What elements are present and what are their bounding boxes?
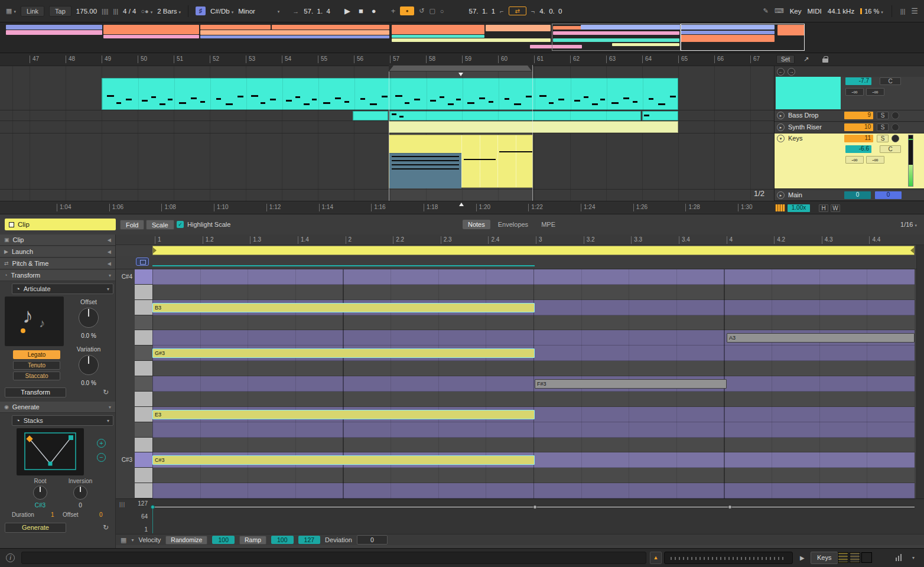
piano-key-A#3[interactable] [135,315,152,331]
meter-bars-icon[interactable] [896,554,903,561]
grid-interval-select[interactable]: 1/16▾ [900,221,917,228]
capture-midi-icon[interactable]: ▢ [429,7,435,15]
groove-pool-icon[interactable]: ○●▾ [141,8,152,15]
track-header-keys[interactable]: ▾ Keys 11 S -6.6 C -∞ -∞ [775,133,924,189]
staccato-button[interactable]: Staccato [13,372,60,380]
note-row-F3[interactable] [152,392,915,407]
section-pitch-time[interactable]: ⇄ Pitch & Time ◀ [0,258,115,269]
send-b-value[interactable]: -∞ [866,156,884,164]
punch-out-icon[interactable]: ¬ [531,8,535,15]
midi-channel-box[interactable]: 9 [844,112,873,119]
scale-icon[interactable]: ♯ [196,6,206,15]
track-header-synth-riser[interactable]: ▸ Synth Riser 10 S [775,122,924,133]
piano-key-B3[interactable] [135,300,152,315]
clip-region-chip[interactable] [136,258,149,266]
piano-key-D3[interactable] [135,438,152,453]
ramp-from-value[interactable]: 100 [271,536,294,544]
plus-button[interactable]: + [391,6,396,15]
transform-button[interactable]: Transform [5,387,66,397]
piano-key-B2[interactable] [135,483,152,498]
midi-note-E3[interactable]: E3 [152,410,535,419]
piano-key-F#3[interactable] [135,376,152,392]
clip-bass-drop[interactable] [353,111,388,120]
expand-icon[interactable]: ▾ [109,405,111,410]
zoom-back-icon[interactable]: ↗ [803,56,809,63]
legato-button[interactable]: Legato [13,350,60,359]
loop-length-display[interactable]: 4. 0. 0 [539,8,562,15]
generate-button[interactable]: Generate [5,523,66,533]
overview-toggle-button[interactable]: ▲ [650,552,662,564]
piano-key-C4[interactable] [135,285,152,300]
add-voice-button[interactable]: + [97,439,106,448]
track-header-bass-drop[interactable]: ▸ Bass Drop 9 S [775,110,924,122]
section-transform[interactable]: ◔ Transform ▾ [0,270,115,281]
track-unfold-icon[interactable]: ▸ [777,112,785,119]
root-knob[interactable] [33,485,47,500]
menu-icon[interactable]: ☰ [911,6,918,15]
track-header-main[interactable]: ▸ Main 0 0 [775,190,924,201]
keys-track-button[interactable]: Keys [811,552,838,564]
randomize-button[interactable]: Randomize [165,536,207,545]
scale-button[interactable]: Scale [146,220,174,230]
zoom-height-button[interactable]: H [819,204,828,212]
velocity-marker[interactable] [533,505,537,509]
computer-midi-keyboard-icon[interactable]: ⌨ [775,7,784,15]
inversion-value[interactable]: 0 [59,502,102,509]
tempo-value[interactable]: 175.00 [76,8,97,15]
clip-synth-riser[interactable] [389,121,678,133]
set-locator-button[interactable]: Set [776,55,795,64]
note-row-D3[interactable] [152,438,915,453]
section-clip[interactable]: ▣ Clip ◀ [0,234,115,246]
pan-value[interactable]: 0 [875,191,902,199]
variation-knob[interactable] [79,355,99,375]
io-show-icon[interactable]: ||| [900,8,906,15]
arm-button[interactable] [892,123,899,131]
collapse-icon[interactable]: ◀ [108,237,111,243]
solo-button[interactable]: S [877,123,889,131]
variation-value[interactable]: 0.0 % [64,380,113,386]
highlight-scale-checkbox[interactable]: ✓ [177,221,184,228]
clip-keys-selected[interactable] [389,135,533,188]
piano-keys-column[interactable] [135,269,152,499]
solo-button[interactable]: S [877,112,889,119]
duration-value[interactable]: 1 [51,511,54,518]
arrangement-loop-region[interactable] [389,65,532,71]
piano-key-C#4[interactable] [135,269,152,285]
pan-value[interactable]: C [880,145,901,153]
collapse-icon[interactable]: ◀ [108,249,111,255]
note-row-C4[interactable] [152,285,915,300]
ramp-to-value[interactable]: 127 [298,536,321,544]
note-row-B2[interactable] [152,483,915,498]
arm-button[interactable] [892,112,899,119]
scrub-area[interactable] [116,256,924,269]
volume-value[interactable]: -7.7 [845,77,871,85]
refresh-icon[interactable]: ↻ [100,387,111,397]
overview-outline-left[interactable] [552,24,681,51]
piano-key-G#3[interactable] [135,346,152,361]
clip-long-midi[interactable] [102,78,678,110]
track-header-partial[interactable]: -7.7 C -∞ -∞ [775,77,924,110]
zoom-width-button[interactable]: W [831,204,840,212]
beat-ruler[interactable]: 11.21.31.422.22.32.433.23.33.444.24.34.4 [116,234,924,245]
stop-button[interactable]: ■ [359,6,363,15]
deviation-value[interactable]: 0 [357,535,388,545]
play-button[interactable]: ▶ [344,6,350,15]
remove-voice-button[interactable]: − [97,453,106,462]
time-signature-value[interactable]: 4 / 4 [123,8,136,15]
send-b-value[interactable]: -∞ [866,88,884,96]
midi-note-A3[interactable]: A3 [727,333,915,343]
key-map-button[interactable]: Key [790,8,802,15]
draw-mode-icon[interactable]: ✎ [763,7,769,15]
collapse-icon[interactable]: ◀ [108,261,111,266]
refresh-icon[interactable]: ↻ [100,523,111,533]
piano-key-F3[interactable] [135,392,152,407]
piano-key-D#3[interactable] [135,422,152,438]
section-launch[interactable]: ▶ Launch ◀ [0,246,115,258]
velocity-marker[interactable] [151,505,155,509]
velocity-lane[interactable]: ||| 127 64 1 [116,498,924,534]
arm-button[interactable] [892,135,899,142]
root-value[interactable]: C#3 [24,502,57,509]
inversion-knob[interactable] [73,485,87,500]
lane-grid-icon[interactable]: ▦ [121,536,126,544]
quantize-menu[interactable]: 2 Bars▾ [157,8,181,15]
